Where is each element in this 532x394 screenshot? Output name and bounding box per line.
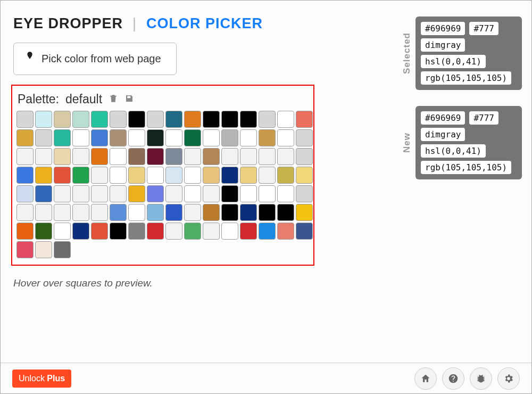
swatch[interactable] bbox=[240, 204, 257, 221]
swatch[interactable] bbox=[184, 167, 201, 184]
swatch[interactable] bbox=[147, 167, 164, 184]
swatch[interactable] bbox=[35, 167, 52, 184]
swatch[interactable] bbox=[54, 241, 71, 258]
swatch[interactable] bbox=[147, 148, 164, 165]
swatch[interactable] bbox=[277, 129, 294, 146]
swatch[interactable] bbox=[277, 167, 294, 184]
swatch[interactable] bbox=[110, 204, 127, 221]
swatch[interactable] bbox=[35, 129, 52, 146]
save-icon[interactable] bbox=[124, 92, 134, 106]
swatch[interactable] bbox=[277, 223, 294, 240]
unlock-plus-button[interactable]: Unlock Plus bbox=[12, 370, 71, 388]
swatch[interactable] bbox=[35, 241, 52, 258]
selected-hex[interactable]: #696969 bbox=[421, 22, 465, 35]
swatch[interactable] bbox=[16, 167, 34, 184]
swatch[interactable] bbox=[165, 148, 182, 165]
swatch[interactable] bbox=[91, 148, 108, 165]
swatch[interactable] bbox=[277, 204, 294, 221]
swatch[interactable] bbox=[16, 185, 34, 202]
swatch[interactable] bbox=[147, 129, 164, 146]
swatch[interactable] bbox=[296, 185, 313, 202]
swatch[interactable] bbox=[72, 148, 89, 165]
swatch[interactable] bbox=[296, 111, 313, 128]
swatch[interactable] bbox=[221, 185, 238, 202]
swatch[interactable] bbox=[110, 111, 127, 128]
swatch[interactable] bbox=[54, 223, 71, 240]
gear-icon[interactable] bbox=[497, 367, 520, 390]
swatch[interactable] bbox=[165, 185, 182, 202]
swatch[interactable] bbox=[16, 111, 34, 128]
new-hsl[interactable]: hsl(0,0,41) bbox=[421, 144, 486, 158]
swatch[interactable] bbox=[54, 167, 71, 184]
swatch[interactable] bbox=[296, 223, 313, 240]
swatch[interactable] bbox=[203, 185, 220, 202]
swatch[interactable] bbox=[296, 148, 313, 165]
swatch[interactable] bbox=[54, 148, 71, 165]
selected-hsl[interactable]: hsl(0,0,41) bbox=[421, 55, 486, 68]
swatch[interactable] bbox=[110, 167, 127, 184]
selected-rgb[interactable]: rgb(105,105,105) bbox=[421, 71, 511, 85]
swatch[interactable] bbox=[221, 204, 238, 221]
swatch[interactable] bbox=[72, 111, 89, 128]
tab-color-picker[interactable]: COLOR PICKER bbox=[146, 15, 263, 32]
swatch[interactable] bbox=[128, 167, 145, 184]
bug-icon[interactable] bbox=[470, 367, 492, 390]
swatch[interactable] bbox=[259, 167, 276, 184]
trash-icon[interactable] bbox=[109, 92, 118, 106]
swatch[interactable] bbox=[35, 185, 52, 202]
swatch[interactable] bbox=[240, 111, 257, 128]
swatch[interactable] bbox=[165, 129, 182, 146]
swatch[interactable] bbox=[91, 185, 108, 202]
swatch[interactable] bbox=[147, 223, 164, 240]
tab-eye-dropper[interactable]: EYE DROPPER bbox=[13, 15, 123, 32]
swatch[interactable] bbox=[147, 111, 164, 128]
swatch[interactable] bbox=[184, 185, 201, 202]
new-hex[interactable]: #696969 bbox=[421, 111, 465, 125]
swatch[interactable] bbox=[240, 129, 257, 146]
swatch[interactable] bbox=[277, 111, 294, 128]
swatch[interactable] bbox=[35, 223, 52, 240]
swatch[interactable] bbox=[165, 111, 182, 128]
swatch[interactable] bbox=[91, 111, 108, 128]
swatch[interactable] bbox=[147, 185, 164, 202]
swatch[interactable] bbox=[165, 204, 182, 221]
new-short[interactable]: #777 bbox=[469, 111, 498, 125]
selected-name[interactable]: dimgray bbox=[421, 38, 465, 52]
swatch[interactable] bbox=[240, 223, 257, 240]
swatch[interactable] bbox=[72, 185, 89, 202]
swatch[interactable] bbox=[259, 204, 276, 221]
swatch[interactable] bbox=[128, 185, 145, 202]
new-name[interactable]: dimgray bbox=[421, 128, 465, 141]
swatch[interactable] bbox=[128, 204, 145, 221]
swatch[interactable] bbox=[184, 204, 201, 221]
swatch[interactable] bbox=[16, 204, 34, 221]
swatch[interactable] bbox=[221, 223, 238, 240]
swatch[interactable] bbox=[203, 204, 220, 221]
swatch[interactable] bbox=[203, 111, 220, 128]
swatch[interactable] bbox=[72, 223, 89, 240]
swatch[interactable] bbox=[35, 204, 52, 221]
swatch[interactable] bbox=[72, 204, 89, 221]
swatch[interactable] bbox=[110, 185, 127, 202]
swatch[interactable] bbox=[184, 111, 201, 128]
swatch[interactable] bbox=[259, 223, 276, 240]
swatch[interactable] bbox=[91, 129, 108, 146]
swatch[interactable] bbox=[91, 167, 108, 184]
swatch[interactable] bbox=[165, 223, 182, 240]
swatch[interactable] bbox=[72, 129, 89, 146]
swatch[interactable] bbox=[296, 167, 313, 184]
swatch[interactable] bbox=[110, 148, 127, 165]
swatch[interactable] bbox=[16, 241, 34, 258]
swatch[interactable] bbox=[72, 167, 89, 184]
swatch[interactable] bbox=[221, 129, 238, 146]
swatch[interactable] bbox=[91, 223, 108, 240]
swatch[interactable] bbox=[110, 129, 127, 146]
swatch[interactable] bbox=[128, 129, 145, 146]
swatch[interactable] bbox=[259, 111, 276, 128]
swatch[interactable] bbox=[35, 148, 52, 165]
swatch[interactable] bbox=[296, 204, 313, 221]
swatch[interactable] bbox=[147, 204, 164, 221]
swatch[interactable] bbox=[221, 148, 238, 165]
swatch[interactable] bbox=[128, 223, 145, 240]
home-icon[interactable] bbox=[414, 367, 437, 390]
